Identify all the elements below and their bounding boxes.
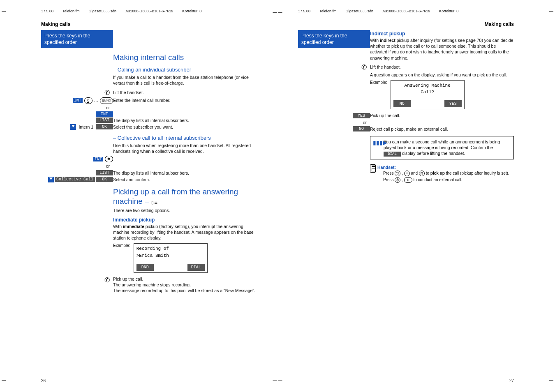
crop-mark	[2, 12, 6, 12]
menu-item-intern1: Intern 1	[79, 124, 93, 130]
example-label: Example:	[370, 80, 387, 85]
softkey-no: NO	[393, 100, 411, 107]
step-lift-handset: Lift the handset.	[113, 90, 257, 95]
step-select-subscriber: Select the subscriber you want.	[113, 124, 257, 130]
meta-prod: Gigaset3035isdn	[89, 9, 117, 13]
subheading-individual-subscriber: – Calling an individual subscriber	[113, 67, 257, 73]
lcd-line-2: >Erica Smith	[136, 252, 205, 259]
blue-instruction-note: Press the keys in the specified order	[298, 30, 370, 48]
crop-mark	[2, 380, 6, 380]
handset-heading: Handset:	[377, 164, 514, 170]
section-title-left: Making calls	[41, 21, 257, 29]
heading-picking-up-call: Picking up a call from the answering mac…	[113, 187, 257, 206]
meta-date: 17.5.00	[298, 9, 310, 13]
paragraph: If you make a call to a handset from the…	[113, 74, 257, 86]
int-key-label: INT	[93, 157, 103, 161]
step-pickup-block: Pick up the call. The answering machine …	[113, 276, 257, 294]
menu-key-icon: ≡	[404, 171, 410, 176]
paragraph: A question appears on the display, askin…	[370, 72, 514, 78]
blue-instruction-note: Press the keys in the specified order	[41, 30, 113, 48]
lcd-display: Recording of >Erica Smith DND DIAL	[134, 243, 208, 273]
tip-box: ▮▮▮▶ You can make a second call while an…	[370, 136, 514, 159]
meta-date: 17.5.00	[41, 9, 53, 13]
softkey-dnd: DND	[136, 264, 154, 271]
softkey-ok: OK	[96, 177, 113, 182]
softkey-dial: DIAL	[187, 264, 205, 271]
talk-key-icon: ✆	[395, 171, 400, 176]
meta-part: A31008-G3035-B101-6-7619	[125, 9, 173, 13]
crop-mark	[549, 380, 553, 380]
tip-icon: ▮▮▮▶	[373, 139, 387, 147]
meta-korr: Korrektur: 0	[182, 9, 201, 13]
meta-file: Telefon.fm	[62, 9, 80, 13]
arrow-down-icon	[48, 177, 54, 182]
softkey-int: INT	[96, 111, 113, 117]
meta-prod: Gigaset3035isdn	[346, 9, 374, 13]
paragraph: With immediate pickup (factory setting),…	[113, 224, 257, 241]
softkey-yes: YES	[353, 113, 370, 118]
subheading-immediate-pickup: Immediate pickup	[113, 217, 257, 223]
meta-korr: Korrektur: 0	[439, 9, 458, 13]
r-key-icon: R	[419, 171, 425, 176]
header-meta: 17.5.00 Telefon.fm Gigaset3035isdn A3100…	[298, 8, 539, 14]
step-reject: Reject call pickup, make an external cal…	[370, 126, 514, 132]
heading-making-internal-calls: Making internal calls	[113, 53, 257, 62]
handset-icon: ✆	[104, 277, 110, 284]
subheading-collective-call: – Collective call to all internal subscr…	[113, 135, 257, 141]
key-6: 6MNO	[100, 97, 113, 104]
step-list-subscribers: The display lists all internal subscribe…	[113, 118, 257, 123]
example-label: Example:	[113, 243, 130, 248]
page-number: 26	[41, 378, 46, 383]
step-pickup: Pick up the call.	[370, 113, 514, 118]
lcd-line-1: Recording of	[136, 245, 205, 252]
step-lift-handset: Lift the handset.	[370, 64, 514, 70]
handset-device-icon	[370, 164, 376, 173]
lcd-display: Answering Machine Call? NO YES	[391, 80, 465, 110]
meta-file: Telefon.fm	[319, 9, 337, 13]
section-title-right: Making calls	[298, 21, 514, 29]
or-label: or	[298, 120, 370, 125]
key-star: ✱	[105, 156, 113, 162]
paragraph: With indirect pickup after inquiry (for …	[370, 37, 514, 61]
answering-machine-icon: ▯ ≣	[151, 200, 157, 205]
handset-instruction-1: Press ✆ , ≡ and R to pick up the call (p…	[383, 171, 514, 176]
step-enter-internal: Enter the internal call number.	[113, 97, 257, 103]
key-0: 0	[404, 177, 412, 183]
header-meta: 17.5.00 Telefon.fm Gigaset3035isdn A3100…	[41, 8, 261, 14]
key-0: 0	[84, 97, 92, 104]
softkey-dial-inline: DIAL	[384, 152, 401, 157]
handset-instruction-2: Press ✆ , 0 to conduct an external call.	[383, 177, 514, 183]
softkey-list: LIST	[96, 170, 113, 175]
softkey-no: NO	[353, 126, 370, 131]
softkey-yes: YES	[444, 100, 462, 107]
softkey-ok: OK	[96, 124, 113, 129]
arrow-down-icon	[70, 124, 76, 130]
paragraph: Use this function when registering more …	[113, 143, 257, 154]
lcd-line-1: Answering Machine	[393, 82, 462, 89]
meta-part: A31008-G3035-B101-6-7619	[382, 9, 430, 13]
or-label: or	[41, 105, 113, 111]
softkey-list: LIST	[96, 118, 113, 123]
handset-icon: ✆	[104, 89, 110, 96]
handset-icon: ✆	[361, 64, 367, 71]
paragraph: There are two setting options.	[113, 208, 257, 213]
step-list-subscribers2: The display lists all internal subscribe…	[113, 170, 257, 176]
step-select-confirm: Select and confirm.	[113, 177, 257, 182]
int-key-label: INT	[73, 98, 83, 103]
menu-item-collective: Collective Call	[55, 177, 95, 182]
subheading-indirect-pickup: Indirect pickup	[370, 31, 514, 37]
or-label: or	[41, 163, 113, 169]
page-number: 27	[509, 378, 514, 383]
talk-key-icon: ✆	[395, 177, 400, 183]
lcd-line-2: Call?	[393, 89, 462, 96]
crop-mark	[549, 12, 553, 12]
